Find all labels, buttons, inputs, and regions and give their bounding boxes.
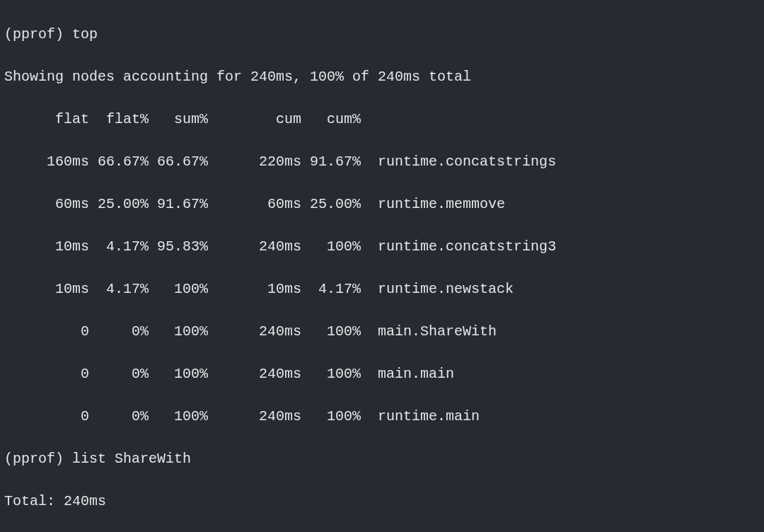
top-row: 0 0% 100% 240ms 100% runtime.main	[4, 406, 760, 427]
pprof-prompt-list[interactable]: (pprof) list ShareWith	[4, 449, 760, 470]
list-total: Total: 240ms	[4, 491, 760, 512]
top-row: 10ms 4.17% 95.83% 240ms 100% runtime.con…	[4, 236, 760, 258]
top-header: flat flat% sum% cum cum%	[4, 109, 760, 130]
top-row: 0 0% 100% 240ms 100% main.main	[4, 364, 760, 385]
pprof-prompt-top[interactable]: (pprof) top	[4, 24, 760, 45]
top-row: 160ms 66.67% 66.67% 220ms 91.67% runtime…	[4, 151, 760, 173]
top-row: 0 0% 100% 240ms 100% main.ShareWith	[4, 321, 760, 342]
top-row: 60ms 25.00% 91.67% 60ms 25.00% runtime.m…	[4, 194, 760, 215]
terminal-output: (pprof) top Showing nodes accounting for…	[0, 0, 764, 532]
top-summary: Showing nodes accounting for 240ms, 100%…	[4, 66, 760, 88]
top-row: 10ms 4.17% 100% 10ms 4.17% runtime.newst…	[4, 279, 760, 300]
